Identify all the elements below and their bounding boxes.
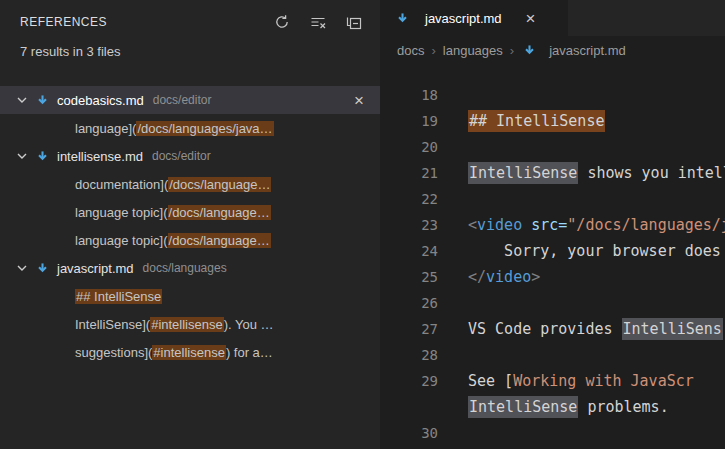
clear-all-icon[interactable] (308, 12, 328, 32)
breadcrumb: docs›languages›javascript.md (380, 36, 725, 64)
markdown-file-icon (34, 148, 50, 164)
file-path: docs/languages (143, 261, 227, 275)
match-result-row[interactable]: language](/docs/languages/java… (0, 114, 380, 142)
references-panel: REFERENCES (0, 0, 380, 449)
code-line-content: </video> (468, 268, 540, 286)
code-line-content: VS Code provides IntelliSens (468, 320, 723, 338)
code-line-content: Sorry, your browser does (468, 242, 721, 260)
code-line[interactable]: 23<video src="/docs/languages/jav (380, 212, 725, 238)
line-number: 26 (380, 295, 438, 311)
results-tree: codebasics.mddocs/editor×language](/docs… (0, 86, 380, 449)
file-path: docs/editor (153, 93, 212, 107)
markdown-file-icon (521, 42, 537, 58)
code-line[interactable]: 22 (380, 186, 725, 212)
chevron-down-icon[interactable] (14, 260, 30, 276)
code-line[interactable]: 25</video> (380, 264, 725, 290)
code-line-content: See [Working with JavaScr (468, 372, 694, 390)
file-result-row[interactable]: javascript.mddocs/languages (0, 254, 380, 282)
breadcrumb-label: javascript.md (549, 43, 626, 58)
match-result-row[interactable]: language topic](/docs/language… (0, 226, 380, 254)
collapse-all-icon[interactable] (344, 12, 364, 32)
panel-header: REFERENCES (0, 0, 380, 44)
file-result-row[interactable]: intellisense.mddocs/editor (0, 142, 380, 170)
line-number: 21 (380, 165, 438, 181)
line-number: 29 (380, 373, 438, 389)
breadcrumb-label: languages (443, 43, 503, 58)
code-line-content: ## IntelliSense (468, 112, 605, 130)
file-result-row[interactable]: codebasics.mddocs/editor× (0, 86, 380, 114)
code-line[interactable]: 19## IntelliSense (380, 108, 725, 134)
results-summary: 7 results in 3 files (0, 44, 380, 74)
code-line[interactable]: 30 (380, 420, 725, 446)
match-result-text: IntelliSense](#intellisense). You … (75, 317, 274, 332)
match-result-text: language](/docs/languages/java… (75, 121, 274, 136)
markdown-file-icon (34, 92, 50, 108)
match-result-row[interactable]: ## IntelliSense (0, 282, 380, 310)
breadcrumb-item[interactable]: languages (443, 43, 503, 58)
line-number: 23 (380, 217, 438, 233)
code-line[interactable]: 29See [Working with JavaScr (380, 368, 725, 394)
line-number: 27 (380, 321, 438, 337)
file-name: intellisense.md (57, 149, 143, 164)
line-number: 20 (380, 139, 438, 155)
vscode-window: REFERENCES (0, 0, 725, 449)
line-number: 18 (380, 87, 438, 103)
match-result-text: language topic](/docs/language… (75, 205, 271, 220)
tab-label: javascript.md (425, 11, 502, 26)
match-highlight: ## IntelliSense (75, 289, 162, 304)
panel-actions (272, 12, 364, 32)
line-number: 30 (380, 425, 438, 441)
line-number: 28 (380, 347, 438, 363)
match-highlight: /docs/language… (168, 205, 271, 220)
panel-title: REFERENCES (20, 15, 107, 29)
match-result-row[interactable]: IntelliSense](#intellisense). You … (0, 310, 380, 338)
file-name: javascript.md (57, 261, 134, 276)
match-highlight: /docs/language… (168, 233, 271, 248)
code-line-content: IntelliSense problems. (468, 398, 669, 416)
line-number: 24 (380, 243, 438, 259)
breadcrumb-label: docs (397, 43, 424, 58)
markdown-file-icon (34, 260, 50, 276)
line-number: 19 (380, 113, 438, 129)
match-result-text: suggestions](#intellisense) for a… (75, 345, 273, 360)
match-result-text: language topic](/docs/language… (75, 233, 271, 248)
match-highlight: /docs/languages/java… (136, 121, 273, 136)
match-highlight: #intellisense (150, 317, 224, 332)
match-result-row[interactable]: language topic](/docs/language… (0, 198, 380, 226)
line-number: 22 (380, 191, 438, 207)
code-line[interactable]: 20 (380, 134, 725, 160)
breadcrumb-separator: › (510, 43, 514, 58)
tab-bar: javascript.md × (380, 0, 725, 36)
code-line[interactable]: 18 (380, 82, 725, 108)
line-number: 25 (380, 269, 438, 285)
close-icon[interactable]: × (526, 10, 536, 27)
chevron-down-icon[interactable] (14, 92, 30, 108)
tab-javascript-md[interactable]: javascript.md × (380, 0, 568, 36)
match-highlight: /docs/language… (168, 177, 271, 192)
breadcrumb-item[interactable]: docs (397, 43, 424, 58)
match-highlight: #intellisense (152, 345, 226, 360)
dismiss-icon[interactable]: × (352, 92, 366, 109)
code-line-content: IntelliSense shows you intelligent (468, 164, 725, 182)
code-line[interactable]: IntelliSense problems. (380, 394, 725, 420)
code-line[interactable]: 24 Sorry, your browser does (380, 238, 725, 264)
code-line[interactable]: 27VS Code provides IntelliSens (380, 316, 725, 342)
code-line-content: <video src="/docs/languages/jav (468, 216, 725, 234)
match-result-row[interactable]: documentation](/docs/language… (0, 170, 380, 198)
file-path: docs/editor (152, 149, 211, 163)
breadcrumb-item[interactable]: javascript.md (521, 42, 626, 58)
breadcrumb-separator: › (431, 43, 435, 58)
match-result-text: documentation](/docs/language… (75, 177, 271, 192)
code-line[interactable]: 28 (380, 342, 725, 368)
match-result-row[interactable]: suggestions](#intellisense) for a… (0, 338, 380, 366)
editor-group: javascript.md × docs›languages›javascrip… (380, 0, 725, 449)
code-line[interactable]: 26 (380, 290, 725, 316)
file-name: codebasics.md (57, 93, 144, 108)
code-area[interactable]: 1819## IntelliSense2021IntelliSense show… (380, 64, 725, 449)
code-line[interactable]: 21IntelliSense shows you intelligent (380, 160, 725, 186)
chevron-down-icon[interactable] (14, 148, 30, 164)
markdown-file-icon (394, 10, 410, 26)
refresh-icon[interactable] (272, 12, 292, 32)
match-result-text: ## IntelliSense (75, 289, 162, 304)
